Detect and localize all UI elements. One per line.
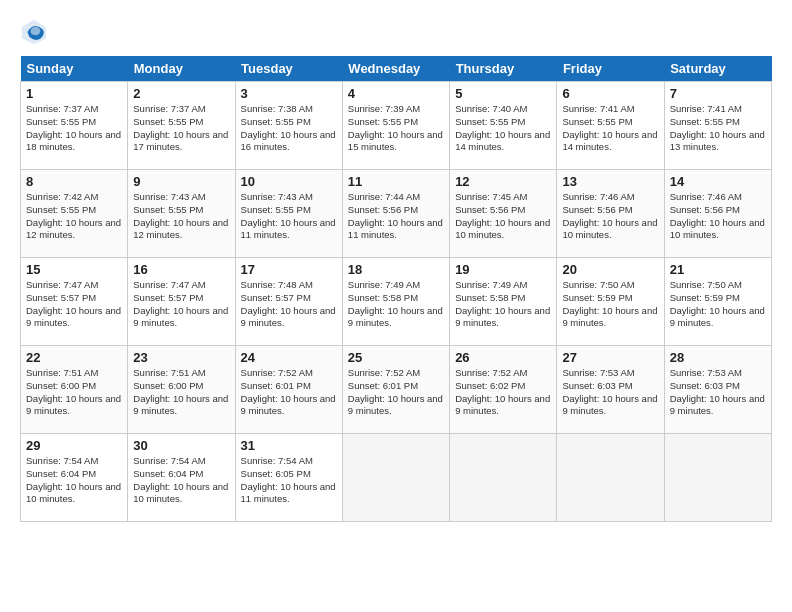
day-number: 13	[562, 174, 658, 189]
day-number: 7	[670, 86, 766, 101]
calendar-cell: 7Sunrise: 7:41 AMSunset: 5:55 PMDaylight…	[664, 82, 771, 170]
day-info: Sunrise: 7:50 AMSunset: 5:59 PMDaylight:…	[670, 279, 766, 330]
day-info: Sunrise: 7:48 AMSunset: 5:57 PMDaylight:…	[241, 279, 337, 330]
calendar-cell: 4Sunrise: 7:39 AMSunset: 5:55 PMDaylight…	[342, 82, 449, 170]
day-info: Sunrise: 7:47 AMSunset: 5:57 PMDaylight:…	[133, 279, 229, 330]
day-info: Sunrise: 7:46 AMSunset: 5:56 PMDaylight:…	[670, 191, 766, 242]
day-number: 19	[455, 262, 551, 277]
day-number: 21	[670, 262, 766, 277]
day-number: 6	[562, 86, 658, 101]
calendar-cell: 8Sunrise: 7:42 AMSunset: 5:55 PMDaylight…	[21, 170, 128, 258]
day-number: 5	[455, 86, 551, 101]
day-info: Sunrise: 7:53 AMSunset: 6:03 PMDaylight:…	[562, 367, 658, 418]
calendar-cell: 22Sunrise: 7:51 AMSunset: 6:00 PMDayligh…	[21, 346, 128, 434]
calendar-header-thursday: Thursday	[450, 56, 557, 82]
calendar-cell	[342, 434, 449, 522]
day-info: Sunrise: 7:37 AMSunset: 5:55 PMDaylight:…	[26, 103, 122, 154]
day-info: Sunrise: 7:54 AMSunset: 6:05 PMDaylight:…	[241, 455, 337, 506]
calendar-cell: 1Sunrise: 7:37 AMSunset: 5:55 PMDaylight…	[21, 82, 128, 170]
calendar-cell: 26Sunrise: 7:52 AMSunset: 6:02 PMDayligh…	[450, 346, 557, 434]
day-number: 20	[562, 262, 658, 277]
calendar-cell: 18Sunrise: 7:49 AMSunset: 5:58 PMDayligh…	[342, 258, 449, 346]
day-number: 18	[348, 262, 444, 277]
day-info: Sunrise: 7:44 AMSunset: 5:56 PMDaylight:…	[348, 191, 444, 242]
calendar-cell: 16Sunrise: 7:47 AMSunset: 5:57 PMDayligh…	[128, 258, 235, 346]
page-container: SundayMondayTuesdayWednesdayThursdayFrid…	[0, 0, 792, 534]
calendar-header-monday: Monday	[128, 56, 235, 82]
day-info: Sunrise: 7:43 AMSunset: 5:55 PMDaylight:…	[241, 191, 337, 242]
day-number: 15	[26, 262, 122, 277]
calendar-cell: 5Sunrise: 7:40 AMSunset: 5:55 PMDaylight…	[450, 82, 557, 170]
day-number: 23	[133, 350, 229, 365]
day-number: 28	[670, 350, 766, 365]
day-info: Sunrise: 7:37 AMSunset: 5:55 PMDaylight:…	[133, 103, 229, 154]
calendar-cell: 19Sunrise: 7:49 AMSunset: 5:58 PMDayligh…	[450, 258, 557, 346]
calendar-cell: 20Sunrise: 7:50 AMSunset: 5:59 PMDayligh…	[557, 258, 664, 346]
day-info: Sunrise: 7:39 AMSunset: 5:55 PMDaylight:…	[348, 103, 444, 154]
calendar-cell: 30Sunrise: 7:54 AMSunset: 6:04 PMDayligh…	[128, 434, 235, 522]
day-number: 9	[133, 174, 229, 189]
day-number: 8	[26, 174, 122, 189]
calendar-cell: 17Sunrise: 7:48 AMSunset: 5:57 PMDayligh…	[235, 258, 342, 346]
calendar-cell: 13Sunrise: 7:46 AMSunset: 5:56 PMDayligh…	[557, 170, 664, 258]
calendar-week-2: 8Sunrise: 7:42 AMSunset: 5:55 PMDaylight…	[21, 170, 772, 258]
day-info: Sunrise: 7:47 AMSunset: 5:57 PMDaylight:…	[26, 279, 122, 330]
calendar-header-tuesday: Tuesday	[235, 56, 342, 82]
day-info: Sunrise: 7:52 AMSunset: 6:01 PMDaylight:…	[348, 367, 444, 418]
day-info: Sunrise: 7:54 AMSunset: 6:04 PMDaylight:…	[26, 455, 122, 506]
day-info: Sunrise: 7:50 AMSunset: 5:59 PMDaylight:…	[562, 279, 658, 330]
calendar-cell: 27Sunrise: 7:53 AMSunset: 6:03 PMDayligh…	[557, 346, 664, 434]
day-number: 29	[26, 438, 122, 453]
calendar-cell	[557, 434, 664, 522]
day-info: Sunrise: 7:41 AMSunset: 5:55 PMDaylight:…	[670, 103, 766, 154]
calendar-cell: 11Sunrise: 7:44 AMSunset: 5:56 PMDayligh…	[342, 170, 449, 258]
logo	[20, 18, 50, 46]
calendar-cell	[450, 434, 557, 522]
calendar-cell: 12Sunrise: 7:45 AMSunset: 5:56 PMDayligh…	[450, 170, 557, 258]
calendar-week-4: 22Sunrise: 7:51 AMSunset: 6:00 PMDayligh…	[21, 346, 772, 434]
header	[20, 18, 772, 46]
calendar-cell: 21Sunrise: 7:50 AMSunset: 5:59 PMDayligh…	[664, 258, 771, 346]
day-number: 24	[241, 350, 337, 365]
calendar-cell: 31Sunrise: 7:54 AMSunset: 6:05 PMDayligh…	[235, 434, 342, 522]
day-info: Sunrise: 7:54 AMSunset: 6:04 PMDaylight:…	[133, 455, 229, 506]
day-number: 11	[348, 174, 444, 189]
calendar-cell: 29Sunrise: 7:54 AMSunset: 6:04 PMDayligh…	[21, 434, 128, 522]
calendar-table: SundayMondayTuesdayWednesdayThursdayFrid…	[20, 56, 772, 522]
calendar-header-wednesday: Wednesday	[342, 56, 449, 82]
day-number: 31	[241, 438, 337, 453]
calendar-cell: 15Sunrise: 7:47 AMSunset: 5:57 PMDayligh…	[21, 258, 128, 346]
day-info: Sunrise: 7:52 AMSunset: 6:02 PMDaylight:…	[455, 367, 551, 418]
calendar-cell	[664, 434, 771, 522]
day-number: 27	[562, 350, 658, 365]
calendar-week-5: 29Sunrise: 7:54 AMSunset: 6:04 PMDayligh…	[21, 434, 772, 522]
day-number: 4	[348, 86, 444, 101]
day-number: 17	[241, 262, 337, 277]
calendar-cell: 2Sunrise: 7:37 AMSunset: 5:55 PMDaylight…	[128, 82, 235, 170]
calendar-cell: 25Sunrise: 7:52 AMSunset: 6:01 PMDayligh…	[342, 346, 449, 434]
day-number: 16	[133, 262, 229, 277]
day-number: 26	[455, 350, 551, 365]
calendar-cell: 23Sunrise: 7:51 AMSunset: 6:00 PMDayligh…	[128, 346, 235, 434]
day-info: Sunrise: 7:49 AMSunset: 5:58 PMDaylight:…	[455, 279, 551, 330]
day-number: 2	[133, 86, 229, 101]
day-number: 30	[133, 438, 229, 453]
day-info: Sunrise: 7:38 AMSunset: 5:55 PMDaylight:…	[241, 103, 337, 154]
day-info: Sunrise: 7:49 AMSunset: 5:58 PMDaylight:…	[348, 279, 444, 330]
day-info: Sunrise: 7:53 AMSunset: 6:03 PMDaylight:…	[670, 367, 766, 418]
day-number: 1	[26, 86, 122, 101]
calendar-header-row: SundayMondayTuesdayWednesdayThursdayFrid…	[21, 56, 772, 82]
day-info: Sunrise: 7:46 AMSunset: 5:56 PMDaylight:…	[562, 191, 658, 242]
calendar-week-1: 1Sunrise: 7:37 AMSunset: 5:55 PMDaylight…	[21, 82, 772, 170]
day-number: 3	[241, 86, 337, 101]
day-info: Sunrise: 7:43 AMSunset: 5:55 PMDaylight:…	[133, 191, 229, 242]
day-number: 14	[670, 174, 766, 189]
day-info: Sunrise: 7:41 AMSunset: 5:55 PMDaylight:…	[562, 103, 658, 154]
day-info: Sunrise: 7:42 AMSunset: 5:55 PMDaylight:…	[26, 191, 122, 242]
day-info: Sunrise: 7:52 AMSunset: 6:01 PMDaylight:…	[241, 367, 337, 418]
calendar-cell: 28Sunrise: 7:53 AMSunset: 6:03 PMDayligh…	[664, 346, 771, 434]
logo-icon	[20, 18, 48, 46]
day-info: Sunrise: 7:51 AMSunset: 6:00 PMDaylight:…	[26, 367, 122, 418]
calendar-cell: 6Sunrise: 7:41 AMSunset: 5:55 PMDaylight…	[557, 82, 664, 170]
day-info: Sunrise: 7:51 AMSunset: 6:00 PMDaylight:…	[133, 367, 229, 418]
